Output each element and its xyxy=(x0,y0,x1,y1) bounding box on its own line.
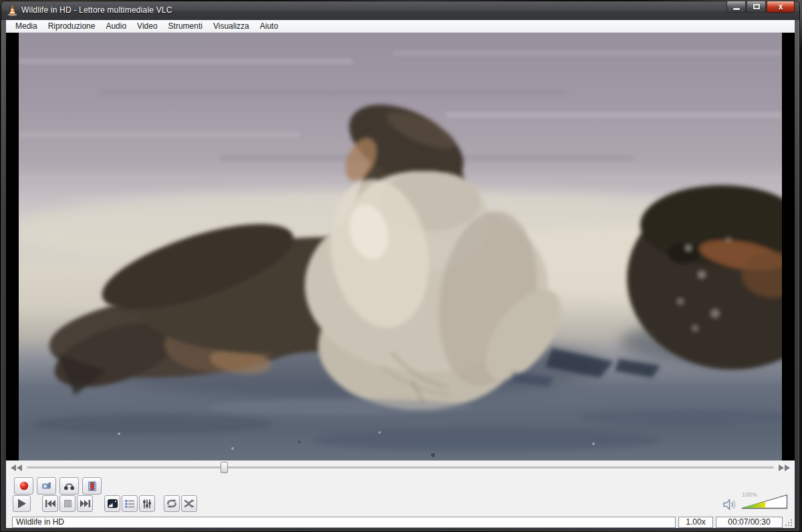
close-button[interactable]: x xyxy=(767,1,795,13)
minimize-button[interactable] xyxy=(726,1,746,13)
status-bar: Wildlife in HD 1.00x 00:07/00:30 xyxy=(6,516,795,528)
playlist-icon xyxy=(125,499,134,508)
ab-loop-button[interactable] xyxy=(59,477,79,495)
next-icon xyxy=(80,500,90,507)
next-button[interactable] xyxy=(77,495,93,512)
camera-icon xyxy=(41,482,52,490)
controls-panel: 100% xyxy=(6,460,795,516)
playback-speed[interactable]: 1.00x xyxy=(678,517,713,528)
time-display[interactable]: 00:07/00:30 xyxy=(716,517,783,528)
shuffle-icon xyxy=(184,499,194,508)
menu-media[interactable]: Media xyxy=(10,20,43,32)
minimize-icon xyxy=(733,8,740,10)
title-bar[interactable]: Wildlife in HD - Lettore multimediale VL… xyxy=(1,1,799,20)
film-frame-icon xyxy=(88,481,97,491)
loop-icon xyxy=(166,499,177,508)
video-frame-sea-lions xyxy=(19,33,782,460)
menu-riproduzione[interactable]: Riproduzione xyxy=(43,20,101,32)
vlc-window: Wildlife in HD - Lettore multimediale VL… xyxy=(1,1,799,531)
maximize-icon xyxy=(753,4,760,9)
frame-by-frame-button[interactable] xyxy=(82,477,102,495)
menu-bar: Media Riproduzione Audio Video Strumenti… xyxy=(6,20,795,33)
record-button[interactable] xyxy=(14,477,33,495)
extended-settings-button[interactable] xyxy=(139,495,155,512)
equalizer-icon xyxy=(142,499,152,509)
maximize-button[interactable] xyxy=(747,1,766,13)
close-icon: x xyxy=(779,2,783,12)
play-icon xyxy=(17,499,27,509)
playlist-button[interactable] xyxy=(122,495,138,512)
window-title: Wildlife in HD - Lettore multimediale VL… xyxy=(21,5,172,15)
now-playing-label: Wildlife in HD xyxy=(12,517,676,528)
menu-video[interactable]: Video xyxy=(132,20,162,32)
volume-percent-label: 100% xyxy=(742,491,757,498)
rewind-icon[interactable] xyxy=(11,464,22,471)
stop-button[interactable] xyxy=(59,495,76,512)
menu-aiuto[interactable]: Aiuto xyxy=(255,20,283,32)
a-to-b-loop-icon xyxy=(63,481,75,491)
fullscreen-icon xyxy=(108,499,118,508)
seek-slider[interactable] xyxy=(27,467,774,469)
menu-strumenti[interactable]: Strumenti xyxy=(163,20,208,32)
vlc-cone-icon xyxy=(7,5,17,16)
previous-icon xyxy=(45,500,55,507)
loop-button[interactable] xyxy=(164,495,180,512)
stop-icon xyxy=(64,500,72,507)
fullscreen-button[interactable] xyxy=(104,495,120,512)
video-display[interactable] xyxy=(6,33,795,460)
record-icon xyxy=(19,481,29,491)
previous-button[interactable] xyxy=(42,495,58,512)
play-button[interactable] xyxy=(13,495,31,512)
seek-handle[interactable] xyxy=(221,462,228,473)
forward-icon[interactable] xyxy=(779,464,790,471)
speaker-icon xyxy=(722,499,737,511)
random-button[interactable] xyxy=(181,495,197,512)
menu-audio[interactable]: Audio xyxy=(100,20,132,32)
volume-control[interactable]: 100% xyxy=(722,495,788,512)
snapshot-button[interactable] xyxy=(37,477,56,495)
menu-visualizza[interactable]: Visualizza xyxy=(208,20,255,32)
resize-grip[interactable] xyxy=(785,518,792,526)
